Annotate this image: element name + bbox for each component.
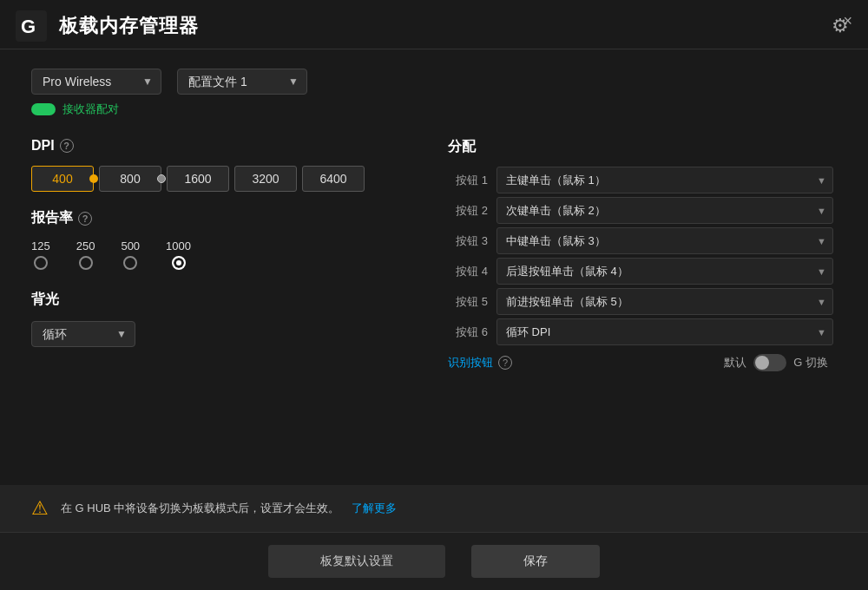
- assign-select-btn4[interactable]: 后退按钮单击（鼠标 4）: [496, 258, 833, 285]
- dpi-item-3200: [234, 166, 297, 192]
- dpi-title-text: DPI: [31, 138, 55, 154]
- assign-select-wrap-btn2: 次键单击（鼠标 2） ▼: [496, 197, 833, 224]
- reset-button[interactable]: 板复默认设置: [268, 545, 445, 578]
- backlight-select-wrap: 循环 关闭 常亮 ▼: [31, 321, 135, 347]
- dpi-input-400[interactable]: [31, 166, 94, 192]
- assign-row-btn1: 按钮 1 主键单击（鼠标 1） ▼: [448, 167, 833, 193]
- assign-select-wrap-btn4: 后退按钮单击（鼠标 4） ▼: [496, 258, 833, 285]
- dpi-item-6400: [302, 166, 365, 192]
- dpi-input-1600[interactable]: [167, 166, 229, 192]
- notice-bar: ⚠ 在 G HUB 中将设备切换为板载模式后，设置才会生效。 了解更多: [0, 485, 868, 532]
- assign-select-wrap-btn6: 循环 DPI ▼: [496, 318, 833, 345]
- main-content: Pro Wireless ▼ 配置文件 1 配置文件 2 配置文件 3 ▼ 接收…: [0, 49, 868, 371]
- assign-list: 按钮 1 主键单击（鼠标 1） ▼ 按钮 2 次键单击（鼠标 2）: [448, 167, 837, 345]
- report-option-125: 125: [31, 239, 50, 270]
- report-options: 125 250 500 1000: [31, 239, 431, 270]
- profile-select-wrap: 配置文件 1 配置文件 2 配置文件 3 ▼: [177, 69, 307, 95]
- right-col: 分配 按钮 1 主键单击（鼠标 1） ▼ 按钮 2 次键单击（鼠: [431, 138, 837, 371]
- toggle-knob: [755, 356, 769, 370]
- default-label: 默认: [724, 355, 746, 370]
- dpi-active-dot-icon: [89, 174, 98, 183]
- logitech-logo-icon: G: [16, 10, 47, 42]
- assign-select-btn1[interactable]: 主键单击（鼠标 1）: [496, 167, 833, 193]
- two-col-layout: DPI ?: [31, 138, 837, 371]
- assign-label-btn4: 按钮 4: [448, 264, 488, 279]
- report-label-250: 250: [76, 239, 95, 252]
- left-col: DPI ?: [31, 138, 431, 371]
- assign-row-btn6: 按钮 6 循环 DPI ▼: [448, 318, 833, 345]
- report-rate-title-text: 报告率: [31, 209, 73, 227]
- assign-select-wrap-btn3: 中键单击（鼠标 3） ▼: [496, 227, 833, 254]
- report-radio-125[interactable]: [34, 256, 48, 270]
- assign-label-btn1: 按钮 1: [448, 173, 488, 188]
- title-bar: G 板载内存管理器 ⚙ ×: [0, 0, 868, 49]
- receiver-row: 接收器配对: [31, 102, 837, 117]
- report-radio-500[interactable]: [123, 256, 137, 270]
- top-right-actions: ⚙ ×: [828, 11, 852, 41]
- app-title: 板载内存管理器: [59, 13, 199, 39]
- report-radio-1000[interactable]: [172, 256, 186, 270]
- device-select-wrap: Pro Wireless ▼: [31, 69, 161, 95]
- dpi-dot-800-icon: [157, 174, 166, 183]
- receiver-status-dot: [31, 103, 56, 115]
- dpi-section: DPI ?: [31, 138, 431, 192]
- assign-select-btn5[interactable]: 前进按钮单击（鼠标 5）: [496, 288, 833, 315]
- report-label-500: 500: [121, 239, 140, 252]
- dpi-list: [31, 166, 431, 192]
- close-button[interactable]: ×: [843, 12, 852, 30]
- assign-label-btn3: 按钮 3: [448, 233, 488, 249]
- report-label-125: 125: [31, 239, 50, 252]
- svg-text:G: G: [21, 16, 36, 37]
- bottom-bar: ⚠ 在 G HUB 中将设备切换为板载模式后，设置才会生效。 了解更多 板复默认…: [0, 485, 868, 590]
- action-bar: 板复默认设置 保存: [0, 532, 868, 590]
- learn-more-link[interactable]: 了解更多: [352, 501, 397, 516]
- backlight-section: 背光 循环 关闭 常亮 ▼: [31, 291, 431, 347]
- assign-row-btn2: 按钮 2 次键单击（鼠标 2） ▼: [448, 197, 833, 224]
- assign-title: 分配: [448, 138, 837, 156]
- identify-right: 默认 G 切换: [724, 354, 828, 371]
- identify-help-icon[interactable]: ?: [498, 356, 512, 370]
- report-rate-help-icon[interactable]: ?: [78, 212, 92, 226]
- backlight-select[interactable]: 循环 关闭 常亮: [31, 321, 135, 347]
- save-button[interactable]: 保存: [471, 545, 600, 578]
- g-switch-label: G 切换: [793, 355, 828, 370]
- dpi-help-icon[interactable]: ?: [60, 139, 74, 153]
- assign-row-btn5: 按钮 5 前进按钮单击（鼠标 5） ▼: [448, 288, 833, 315]
- warning-icon: ⚠: [31, 497, 49, 520]
- default-toggle[interactable]: [753, 354, 786, 371]
- identify-row: 识别按钮 ? 默认 G 切换: [448, 354, 837, 371]
- report-rate-title: 报告率 ?: [31, 209, 431, 227]
- dpi-item-1600: [167, 166, 229, 192]
- dpi-input-800[interactable]: [99, 166, 161, 192]
- dpi-section-title: DPI ?: [31, 138, 431, 154]
- dpi-input-3200[interactable]: [234, 166, 297, 192]
- receiver-label: 接收器配对: [62, 102, 119, 117]
- report-option-250: 250: [76, 239, 95, 270]
- assign-select-btn2[interactable]: 次键单击（鼠标 2）: [496, 197, 833, 224]
- report-radio-250[interactable]: [79, 256, 93, 270]
- backlight-title: 背光: [31, 291, 431, 309]
- assign-row-btn3: 按钮 3 中键单击（鼠标 3） ▼: [448, 227, 833, 254]
- assign-select-btn3[interactable]: 中键单击（鼠标 3）: [496, 227, 833, 254]
- profile-select[interactable]: 配置文件 1 配置文件 2 配置文件 3: [177, 69, 307, 95]
- assign-label-btn6: 按钮 6: [448, 324, 488, 340]
- report-option-1000: 1000: [166, 239, 191, 270]
- device-select[interactable]: Pro Wireless: [31, 69, 161, 95]
- dpi-item-800: [99, 166, 161, 192]
- dpi-item-400: [31, 166, 94, 192]
- report-label-1000: 1000: [166, 239, 191, 252]
- notice-text: 在 G HUB 中将设备切换为板载模式后，设置才会生效。: [61, 501, 339, 516]
- assign-select-btn6[interactable]: 循环 DPI: [496, 318, 833, 345]
- assign-label-btn2: 按钮 2: [448, 203, 488, 219]
- assign-select-wrap-btn1: 主键单击（鼠标 1） ▼: [496, 167, 833, 193]
- identify-button[interactable]: 识别按钮: [448, 355, 493, 370]
- identify-left: 识别按钮 ?: [448, 355, 512, 370]
- report-option-500: 500: [121, 239, 140, 270]
- assign-select-wrap-btn5: 前进按钮单击（鼠标 5） ▼: [496, 288, 833, 315]
- assign-label-btn5: 按钮 5: [448, 294, 488, 310]
- top-controls: Pro Wireless ▼ 配置文件 1 配置文件 2 配置文件 3 ▼: [31, 69, 837, 95]
- title-left: G 板载内存管理器: [16, 10, 199, 42]
- dpi-input-6400[interactable]: [302, 166, 365, 192]
- assign-row-btn4: 按钮 4 后退按钮单击（鼠标 4） ▼: [448, 258, 833, 285]
- backlight-title-text: 背光: [31, 291, 59, 309]
